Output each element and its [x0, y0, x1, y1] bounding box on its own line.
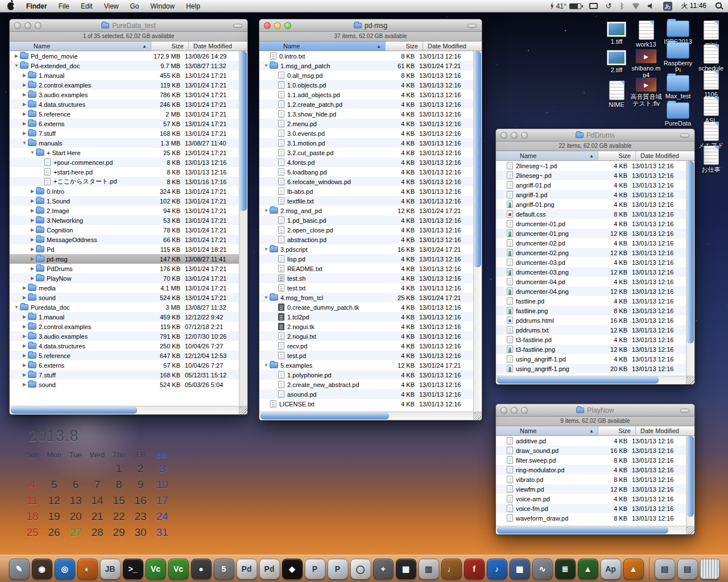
horizontal-scrollbar[interactable] — [10, 406, 239, 414]
bluetooth-menu[interactable]: ᛒ — [616, 0, 628, 13]
column-header-name[interactable]: Name▲ — [10, 41, 151, 51]
minimize-button[interactable] — [24, 22, 31, 29]
file-row[interactable]: drumcenter-03.png12 KB13/01/13 12:16 — [496, 267, 694, 277]
file-row[interactable]: voice-am.pd4 KB13/01/13 12:16 — [496, 494, 694, 504]
file-row[interactable]: asound.pd4 KB13/01/13 12:16 — [259, 389, 482, 399]
file-row[interactable]: 1.tcl2pd4 KB13/01/13 12:16 — [259, 312, 482, 322]
guitar-app-dock-icon[interactable]: ♩ — [441, 559, 462, 579]
disclosure-triangle[interactable]: ▶ — [21, 353, 28, 358]
column-header-size[interactable]: Size — [385, 41, 423, 51]
close-button[interactable] — [500, 132, 507, 139]
disclosure-triangle[interactable]: ▶ — [21, 334, 28, 339]
disclosure-triangle[interactable]: ▶ — [29, 208, 36, 213]
file-row[interactable]: 2.create_new_abstract.pd4 KB13/01/13 12:… — [259, 380, 482, 389]
disclosure-triangle[interactable]: ▶ — [29, 218, 36, 223]
volume-menu[interactable] — [644, 0, 659, 13]
pen-tool-app-dock-icon[interactable]: ✎ — [9, 559, 30, 579]
file-row[interactable]: lisp.pd4 KB13/01/13 12:16 — [259, 254, 482, 264]
file-row[interactable]: +ここからスタート.pd8 KB13/01/16 17:16 — [10, 177, 247, 186]
disclosure-triangle[interactable]: ▼ — [263, 247, 270, 252]
file-row[interactable]: ▶6.externs57 KB10/04/26 7:27 — [10, 360, 247, 370]
file-row[interactable]: 3.2.cut_paste.pd4 KB13/01/13 12:16 — [259, 148, 482, 157]
menu-file[interactable]: File — [53, 2, 75, 10]
file-row[interactable]: test.txt4 KB13/01/13 12:16 — [259, 283, 482, 293]
file-row[interactable]: 2.nogui.txt4 KB13/01/13 12:16 — [259, 331, 482, 341]
safari-dock-icon[interactable]: ◎ — [55, 559, 75, 579]
vc-app-2-dock-icon[interactable]: Vc — [168, 559, 189, 579]
file-row[interactable]: pddrums.html16 KB13/01/13 12:16 — [496, 315, 694, 325]
disclosure-triangle[interactable]: ▶ — [21, 324, 28, 329]
jedit-dock-icon[interactable]: JB — [100, 559, 121, 579]
terminal-dock-icon[interactable]: >_ — [123, 559, 143, 579]
display-menu[interactable] — [585, 0, 602, 13]
file-row[interactable]: default.css8 KB13/01/13 12:16 — [496, 209, 694, 219]
menu-view[interactable]: View — [98, 2, 125, 10]
capsule-app-dock-icon[interactable]: ◯ — [350, 559, 371, 579]
window-titlebar[interactable]: PureData_test — [10, 19, 247, 32]
horizontal-scrollbar[interactable] — [259, 411, 473, 420]
file-row[interactable]: 3.0.events.pd4 KB13/01/13 12:16 — [259, 128, 482, 138]
number5-app-dock-icon[interactable]: 5 — [214, 559, 234, 579]
file-row[interactable]: ▶1.manual459 KB12/12/22 9:42 — [10, 312, 247, 322]
file-row[interactable]: 1.3.show_hide.pd4 KB13/01/13 12:16 — [259, 109, 482, 119]
file-row[interactable]: ▶3.Networking53 KB13/01/24 17:21 — [10, 215, 247, 225]
horizontal-scrollbar[interactable] — [496, 376, 686, 384]
menu-window[interactable]: Window — [145, 2, 181, 10]
file-row[interactable]: voice-fm.pd4 KB13/01/13 12:16 — [496, 504, 694, 513]
file-row[interactable]: ▶4.data.structures250 KB10/04/26 7:27 — [10, 341, 247, 351]
vertical-scrollbar[interactable] — [473, 51, 482, 411]
file-row[interactable]: ▼2.msg_and_pd12 KB13/01/24 17:21 — [259, 206, 482, 215]
file-row[interactable]: ▶sound524 KB05/03/26 5:04 — [10, 380, 247, 389]
column-header-name[interactable]: Name▲ — [496, 151, 598, 160]
file-row[interactable]: ▼1.msg_and_patch61 KB13/01/24 17:21 — [259, 61, 482, 70]
column-header-name[interactable]: Name▲ — [496, 426, 598, 435]
zoom-button[interactable] — [521, 132, 528, 139]
file-row[interactable]: using_angriff-1.png20 KB13/01/13 12:16 — [496, 364, 694, 373]
file-row[interactable]: ▶pd-msg147 KB13/08/27 11:41 — [10, 254, 247, 264]
disclosure-triangle[interactable]: ▼ — [21, 140, 28, 146]
horizontal-scroll-thumb[interactable] — [260, 413, 389, 419]
file-row[interactable]: angriff-1.pd4 KB13/01/13 12:16 — [496, 190, 694, 199]
file-row[interactable]: ▶7.stuff168 KB05/12/31 15:12 — [10, 370, 247, 380]
file-row[interactable]: 3.1.motion.pd4 KB13/01/13 12:16 — [259, 138, 482, 148]
disclosure-triangle[interactable]: ▶ — [21, 314, 28, 319]
vertical-scrollbar[interactable] — [239, 51, 247, 406]
file-row[interactable]: 1.polyphonie.pd4 KB13/01/13 12:16 — [259, 370, 482, 380]
file-row[interactable]: +pour-commencer.pd8 KB13/01/13 12:16 — [10, 157, 247, 167]
file-row[interactable]: ▼+ Start Here25 KB13/01/24 17:21 — [10, 148, 247, 157]
file-row[interactable]: ▼4.msg_from_tcl25 KB13/01/24 17:21 — [259, 293, 482, 302]
disclosure-triangle[interactable]: ▶ — [21, 111, 28, 117]
file-row[interactable]: ▶Cognition78 KB13/01/24 17:21 — [10, 225, 247, 235]
file-row[interactable]: ▶6.externs57 KB13/01/24 17:21 — [10, 119, 247, 128]
file-row[interactable]: textfile.txt4 KB13/01/13 12:16 — [259, 196, 482, 206]
close-button[interactable] — [500, 407, 507, 414]
disclosure-triangle[interactable]: ▼ — [263, 208, 270, 213]
disclosure-triangle[interactable]: ▶ — [21, 285, 28, 290]
disclosure-triangle[interactable]: ▼ — [29, 150, 36, 155]
dark-grid-app-dock-icon[interactable]: ▦ — [396, 559, 416, 579]
file-row[interactable]: 0.create_dummy_patch.tk4 KB13/01/13 12:1… — [259, 302, 482, 312]
file-row[interactable]: filter.sweep.pd8 KB13/01/13 12:16 — [496, 455, 694, 465]
toolbar-toggle-button[interactable] — [233, 24, 242, 28]
documents-stack-dock-icon[interactable]: ▤ — [677, 559, 698, 579]
toolbar-toggle-button[interactable] — [680, 409, 689, 413]
file-row[interactable]: 1.0.objects.pd4 KB13/01/13 12:16 — [259, 80, 482, 90]
resize-grip[interactable] — [473, 411, 482, 420]
file-row[interactable]: ▶2.Image94 KB13/01/24 17:21 — [10, 206, 247, 215]
file-row[interactable]: drumcenter-02.png12 KB13/01/13 12:16 — [496, 248, 694, 257]
disclosure-triangle[interactable]: ▶ — [29, 276, 36, 281]
downloads-stack-dock-icon[interactable]: ▤ — [655, 559, 675, 579]
menubar-clock[interactable]: 火 11:46 — [676, 0, 712, 13]
equalizer-app-dock-icon[interactable]: ≣ — [555, 559, 576, 579]
disclosure-triangle[interactable]: ▶ — [29, 227, 36, 232]
zoom-button[interactable] — [35, 22, 42, 29]
disclosure-triangle[interactable]: ▶ — [21, 363, 28, 368]
file-row[interactable]: lb-abs.pd4 KB13/01/13 12:16 — [259, 186, 482, 196]
file-row[interactable]: pddrums.txt12 KB13/01/13 12:16 — [496, 325, 694, 335]
file-row[interactable]: 0.intro.txt8 KB13/01/13 12:16 — [259, 51, 482, 61]
minimize-button[interactable] — [511, 407, 518, 414]
file-row[interactable]: viewfm.pd12 KB13/01/13 12:16 — [496, 484, 694, 494]
file-row[interactable]: vibrato.pd8 KB13/01/13 12:16 — [496, 475, 694, 484]
ap-doc-app-dock-icon[interactable]: Ap — [601, 559, 621, 579]
file-row[interactable]: fastline.pd4 KB13/01/13 12:16 — [496, 296, 694, 306]
